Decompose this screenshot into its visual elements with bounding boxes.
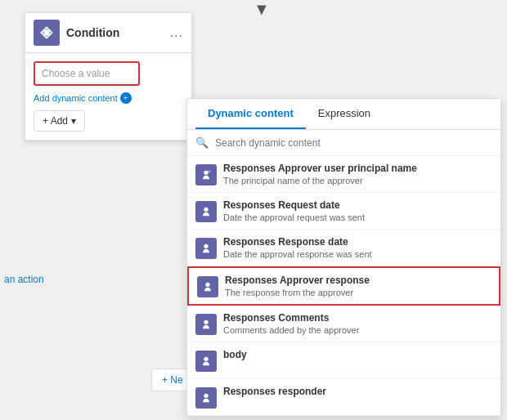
item-desc: The principal name of the approver: [223, 176, 492, 185]
item-title: Responses Approver user principal name: [223, 163, 492, 174]
item-desc: Comments added by the approver: [223, 325, 492, 335]
new-button-label: + Ne: [162, 374, 183, 386]
item-icon: [195, 314, 217, 335]
svg-point-3: [204, 171, 208, 175]
item-icon-svg: [200, 391, 213, 404]
list-item[interactable]: Responses Approver user principal name T…: [187, 156, 500, 193]
item-icon-svg: [200, 205, 213, 218]
svg-point-7: [205, 283, 209, 287]
search-input[interactable]: [215, 137, 492, 149]
card-title: Condition: [66, 26, 164, 39]
list-item[interactable]: Responses Response date Date the approva…: [187, 230, 500, 266]
connector-arrow: ▼: [254, 0, 270, 19]
svg-point-6: [204, 244, 208, 248]
action-link[interactable]: an action: [4, 274, 44, 285]
svg-point-8: [204, 320, 208, 324]
item-title: Responses Request date: [223, 199, 492, 211]
item-icon: [195, 351, 217, 372]
item-title: Responses Response date: [223, 236, 492, 248]
add-dynamic-badge: +: [120, 92, 132, 104]
panel-tabs: Dynamic content Expression: [187, 99, 500, 130]
item-content: Responses Request date Date the approval…: [223, 199, 492, 222]
add-button-chevron: ▾: [71, 115, 76, 127]
panel-items-list: Responses Approver user principal name T…: [187, 156, 500, 416]
item-icon-svg: [200, 242, 213, 255]
card-body: Choose a value Add dynamic content + + A…: [25, 53, 191, 140]
condition-icon-svg: [38, 25, 55, 41]
item-content: Responses Response date Date the approva…: [223, 236, 492, 259]
condition-icon: [34, 20, 60, 46]
tab-expression[interactable]: Expression: [306, 99, 383, 129]
svg-point-9: [204, 357, 208, 361]
item-icon-svg: [200, 318, 213, 331]
svg-point-10: [204, 394, 208, 398]
item-content: Responses responder: [223, 386, 492, 399]
list-item[interactable]: Responses Request date Date the approval…: [187, 193, 500, 230]
item-icon: [197, 276, 218, 297]
item-icon-svg: [201, 280, 214, 293]
add-dynamic-label: Add dynamic content: [34, 93, 118, 103]
item-content: body: [223, 349, 492, 362]
tab-dynamic-content[interactable]: Dynamic content: [195, 99, 306, 129]
item-icon-svg: [200, 168, 213, 181]
svg-point-4: [209, 171, 211, 173]
item-content: Responses Comments Comments added by the…: [223, 312, 492, 335]
item-desc: The response from the approver: [225, 288, 491, 297]
value-row: Choose a value: [34, 61, 183, 86]
dynamic-content-panel: Dynamic content Expression 🔍 Responses A…: [186, 98, 501, 417]
item-content: Responses Approver user principal name T…: [223, 163, 492, 185]
item-content: Responses Approver response The response…: [225, 275, 491, 297]
add-button[interactable]: + Add ▾: [34, 110, 85, 132]
item-icon-svg: [200, 355, 213, 368]
list-item-highlighted[interactable]: Responses Approver response The response…: [187, 266, 500, 306]
tab-dynamic-content-label: Dynamic content: [208, 107, 294, 119]
add-button-label: + Add: [43, 115, 68, 127]
card-header: Condition ...: [25, 13, 191, 53]
add-dynamic-link[interactable]: Add dynamic content +: [34, 92, 183, 104]
svg-point-5: [204, 208, 208, 212]
condition-card: Condition ... Choose a value Add dynamic…: [25, 12, 192, 141]
item-desc: Date the approval request was sent: [223, 212, 492, 222]
item-title: Responses responder: [223, 386, 492, 397]
item-icon: [195, 387, 217, 409]
choose-value-left-input[interactable]: Choose a value: [34, 61, 140, 86]
item-desc: Date the approval response was sent: [223, 249, 492, 259]
card-menu-button[interactable]: ...: [170, 25, 183, 40]
search-icon: 🔍: [195, 136, 209, 149]
list-item[interactable]: Responses Comments Comments added by the…: [187, 306, 500, 342]
item-icon: [195, 201, 217, 222]
item-title: body: [223, 349, 492, 360]
list-item[interactable]: Responses responder: [187, 379, 500, 416]
item-icon: [195, 164, 217, 185]
panel-search: 🔍: [187, 130, 500, 156]
list-item[interactable]: body: [187, 342, 500, 379]
item-icon: [195, 238, 217, 259]
item-title: Responses Approver response: [225, 275, 491, 286]
item-title: Responses Comments: [223, 312, 492, 324]
tab-expression-label: Expression: [318, 107, 370, 119]
